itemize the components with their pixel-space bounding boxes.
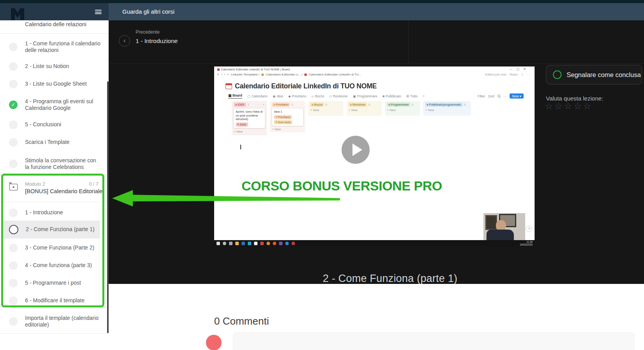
lesson-nav-bar: ‹ Precedente 1 - Introduzione: [109, 20, 644, 64]
sidebar-item-lesson[interactable]: 5 - Conclusioni: [0, 119, 109, 130]
sidebar-item-lesson-completed[interactable]: ✓ 4 - Programma gli eventi sul Calendari…: [0, 96, 109, 113]
lesson-label: 5 - Conclusioni: [25, 121, 102, 128]
board-column-prioritario: Prioritario 1 Idea 1 Prioritario Solo te…: [270, 101, 305, 132]
lesson-status-icon: [9, 120, 18, 129]
other-courses-link[interactable]: Guarda gli altri corsi: [122, 3, 174, 20]
lesson-label: 6 - Modificare il template: [25, 297, 102, 304]
calendar-icon: [304, 74, 307, 76]
star-icon[interactable]: ☆: [583, 101, 593, 111]
previous-lesson-button[interactable]: ‹: [119, 35, 130, 47]
sidebar-item-lesson[interactable]: 2 - Liste su Notion: [0, 61, 109, 72]
wall-frame: [485, 215, 497, 230]
mark-complete-button[interactable]: Segnalare come conclusa: [546, 65, 642, 84]
lesson-label: 1 - Come funziona il calendario delle re…: [25, 40, 102, 54]
back-icon: ‹: [221, 73, 222, 76]
lesson-label: 5 - Programmare i post: [25, 280, 102, 287]
notion-topbar-right: Edited just now Share ☆ ···: [485, 73, 530, 76]
star-icon[interactable]: ☆: [564, 101, 574, 111]
sidebar-item-lesson[interactable]: Importa il template (calendario editoria…: [0, 313, 109, 330]
sidebar-item-lesson[interactable]: 3 - Come Funziona (Parte 2): [0, 242, 109, 253]
priority-icon: ◆: [288, 94, 291, 98]
new-card-button: + New: [310, 108, 342, 112]
notion-page-title: Calendario Editoriale LinkedIn di TUO NO…: [225, 82, 377, 90]
sidebar-item-lesson-current[interactable]: 2 - Come Funziona (parte 1): [3, 221, 100, 239]
calendar-view-icon: ▢: [247, 94, 250, 98]
hamburger-menu-icon[interactable]: [95, 10, 102, 14]
lesson-status-icon: [9, 80, 18, 88]
plus-icon: +: [227, 73, 229, 76]
webcam-overlay: [483, 213, 525, 241]
more-icon: ···: [503, 94, 507, 98]
published-icon: ■: [383, 94, 385, 98]
sidebar-item-lesson[interactable]: 1 - Come funziona il calendario delle re…: [0, 38, 109, 56]
tab-calendario: ▢Calendario: [247, 94, 268, 98]
lesson-label: 3 - Liste su Google Sheet: [25, 81, 102, 88]
complete-label: Segnalare come conclusa: [567, 71, 641, 79]
sidebar-item-lesson[interactable]: 3 - Liste su Google Sheet: [0, 79, 109, 90]
app-icon: [292, 242, 295, 245]
new-card-button: + New: [425, 108, 469, 112]
share-label: Share: [509, 73, 517, 76]
lesson-label: 4 - Programma gli eventi sul Calendario …: [25, 98, 102, 112]
menu-icon: ≡: [217, 73, 219, 76]
sidebar-item-lesson[interactable]: 5 - Programmare i post: [0, 278, 109, 289]
sidebar-item-lesson[interactable]: 1 - Introduzione: [0, 207, 109, 218]
sidebar-item-lesson[interactable]: Stimola la conversazione con la funzione…: [0, 154, 109, 173]
word-icon: [242, 242, 245, 245]
sidebar-item-lesson[interactable]: Scarica i Template: [0, 137, 109, 148]
lesson-status-icon: [9, 296, 18, 305]
play-button[interactable]: [342, 136, 370, 164]
sort-label: Sort: [488, 94, 494, 98]
lesson-label: Scarica i Template: [25, 139, 102, 146]
brand-logo-icon[interactable]: [10, 7, 25, 21]
minimize-icon: —: [510, 67, 517, 71]
edited-status: Edited just now: [485, 73, 506, 76]
module-progress: 0 / 7: [89, 181, 98, 187]
task-view-icon: [229, 242, 233, 245]
star-icon[interactable]: ☆: [545, 101, 555, 111]
idea-icon: ◉: [273, 94, 275, 98]
filter-label: Filter: [478, 94, 485, 98]
maximize-icon: ▢: [517, 67, 524, 71]
calendar-favicon: [217, 68, 220, 71]
schedule-icon: ▣: [353, 94, 356, 98]
board-column-idee: IDEE 1 ··· + Aprimi, sono l'idea di un p…: [232, 101, 267, 135]
sidebar-item-lesson[interactable]: 4 - Come funziona (parte 3): [0, 260, 109, 271]
sidebar-scrollbar[interactable]: [107, 81, 109, 333]
comments-section: 0 Commenti: [109, 284, 644, 350]
lesson-label: 2 - Come Funziona (parte 1): [26, 226, 100, 233]
app-icon: [279, 242, 283, 245]
comment-input[interactable]: [233, 332, 635, 350]
browser-tab-title: Calendario Editoriale LinkedIn di TUO NO…: [217, 68, 290, 71]
lesson-status-icon: [9, 160, 18, 168]
new-card-button: + New: [234, 130, 265, 133]
board-column-programmare: Programmare 0 + New: [385, 101, 420, 116]
lesson-label: 4 - Come funziona (parte 3): [25, 262, 102, 269]
star-rating: ☆☆☆☆☆: [545, 101, 593, 111]
trophy-icon: [261, 74, 264, 76]
notion-breadcrumb: ≡ ‹ › + LinkedIn Templates / Calendario …: [217, 73, 361, 76]
module-title: [BONUS] Calendario Editoriale: [25, 188, 103, 194]
board-icon: ▦: [228, 93, 231, 97]
add-view-icon: +: [423, 94, 425, 98]
course-player-app: Guarda gli altri corsi Calendario delle …: [0, 0, 644, 350]
lesson-status-icon: [9, 62, 18, 71]
video-player[interactable]: Calendario Editoriale LinkedIn di TUO NO…: [214, 66, 535, 246]
module1-title-partial[interactable]: Calendario delle relazioni: [25, 21, 103, 27]
star-icon[interactable]: ☆: [555, 101, 564, 111]
lesson-status-icon: [9, 208, 18, 217]
previous-lesson-title[interactable]: 1 - Introduzione: [136, 38, 178, 45]
search-icon: [223, 242, 226, 245]
check-circle-icon: ✓: [9, 101, 18, 109]
tab-idee: ◉Idee: [273, 94, 283, 98]
sidebar-item-lesson[interactable]: 6 - Modificare il template: [0, 295, 109, 306]
module2-header[interactable]: + Modulo 2 0 / 7 [BONUS] Calendario Edit…: [0, 181, 109, 200]
draft-icon: ▱: [311, 94, 314, 98]
window-controls: —▢✕: [510, 67, 530, 71]
board-column-revisione: Revisione 0 + New: [347, 101, 382, 116]
new-card-button: + New: [272, 127, 303, 131]
star-icon[interactable]: ☆: [574, 101, 583, 111]
notion-icon: [254, 242, 258, 245]
tab-tutto: ⊞Tutto: [406, 94, 418, 98]
divider: [0, 333, 109, 334]
